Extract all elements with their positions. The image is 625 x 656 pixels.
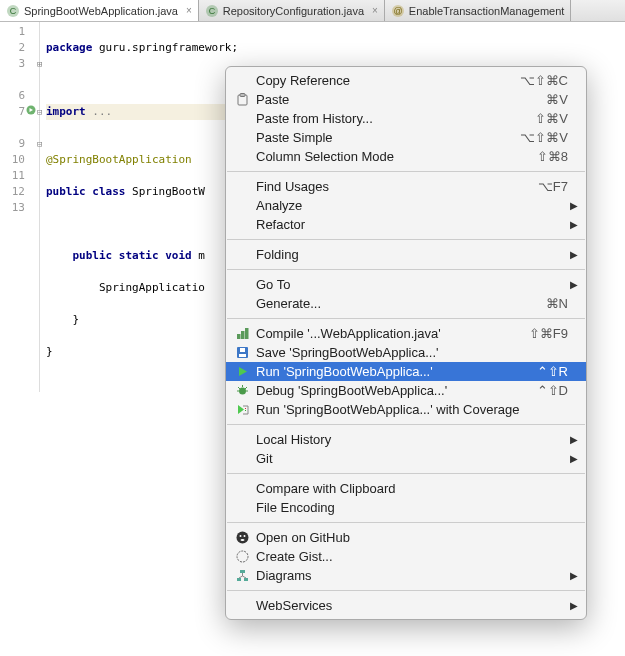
chevron-right-icon: ▶: [570, 249, 578, 260]
diagrams-icon: [232, 568, 252, 584]
fold-expand-icon[interactable]: ⊞: [37, 56, 42, 72]
compile-icon: [232, 326, 252, 342]
menu-paste-history[interactable]: Paste from History...⇧⌘V: [226, 109, 586, 128]
svg-marker-16: [239, 367, 247, 376]
menu-column-selection[interactable]: Column Selection Mode⇧⌘8: [226, 147, 586, 166]
menu-paste[interactable]: Paste⌘V: [226, 90, 586, 109]
svg-rect-10: [237, 334, 241, 339]
tab-label: RepositoryConfiguration.java: [223, 5, 364, 17]
fold-collapse-icon[interactable]: ⊟: [37, 104, 42, 120]
svg-text:C: C: [10, 6, 17, 16]
svg-point-30: [237, 551, 248, 562]
svg-rect-12: [245, 328, 249, 339]
menu-generate[interactable]: Generate...⌘N: [226, 294, 586, 313]
annotation-icon: @: [391, 4, 405, 18]
save-icon: [232, 345, 252, 361]
svg-rect-32: [237, 578, 241, 581]
chevron-right-icon: ▶: [570, 219, 578, 230]
menu-local-history[interactable]: Local History▶: [226, 430, 586, 449]
chevron-right-icon: ▶: [570, 279, 578, 290]
menu-create-gist[interactable]: Create Gist...: [226, 547, 586, 566]
svg-point-29: [240, 539, 244, 541]
close-icon[interactable]: ×: [186, 5, 192, 16]
coverage-icon: [232, 402, 252, 418]
line-gutter: 1 2 3 6 7 9 10 11 12 13 ⊞ ⊟ ⊟: [0, 22, 40, 392]
gist-icon: [232, 549, 252, 565]
class-icon: C: [205, 4, 219, 18]
svg-rect-25: [245, 410, 246, 411]
menu-refactor[interactable]: Refactor▶: [226, 215, 586, 234]
menu-run[interactable]: Run 'SpringBootWebApplica...'⌃⇧R: [226, 362, 586, 381]
svg-rect-24: [245, 408, 246, 409]
svg-rect-31: [240, 570, 245, 573]
tab-label: SpringBootWebApplication.java: [24, 5, 178, 17]
svg-text:@: @: [393, 6, 402, 16]
menu-compare-clipboard[interactable]: Compare with Clipboard: [226, 479, 586, 498]
tab-repoconfig[interactable]: C RepositoryConfiguration.java ×: [199, 0, 385, 21]
close-icon[interactable]: ×: [372, 5, 378, 16]
svg-point-28: [243, 535, 245, 537]
debug-icon: [232, 383, 252, 399]
menu-find-usages[interactable]: Find Usages⌥F7: [226, 177, 586, 196]
menu-webservices[interactable]: WebServices▶: [226, 596, 586, 615]
menu-paste-simple[interactable]: Paste Simple⌥⇧⌘V: [226, 128, 586, 147]
menu-folding[interactable]: Folding▶: [226, 245, 586, 264]
svg-rect-33: [244, 578, 248, 581]
github-icon: [232, 530, 252, 546]
svg-point-26: [236, 532, 248, 544]
paste-icon: [232, 92, 252, 108]
chevron-right-icon: ▶: [570, 434, 578, 445]
svg-rect-14: [239, 354, 246, 357]
chevron-right-icon: ▶: [570, 200, 578, 211]
svg-rect-15: [240, 348, 245, 352]
menu-goto[interactable]: Go To▶: [226, 275, 586, 294]
context-menu: Copy Reference⌥⇧⌘C Paste⌘V Paste from Hi…: [225, 66, 587, 620]
svg-line-36: [242, 576, 246, 578]
menu-run-coverage[interactable]: Run 'SpringBootWebApplica...' with Cover…: [226, 400, 586, 419]
svg-text:C: C: [209, 6, 216, 16]
menu-debug[interactable]: Debug 'SpringBootWebApplica...'⌃⇧D: [226, 381, 586, 400]
svg-rect-9: [240, 94, 245, 97]
tab-label: EnableTransactionManagement: [409, 5, 565, 17]
menu-save-config[interactable]: Save 'SpringBootWebApplica...': [226, 343, 586, 362]
menu-git[interactable]: Git▶: [226, 449, 586, 468]
menu-file-encoding[interactable]: File Encoding: [226, 498, 586, 517]
editor-tabs: C SpringBootWebApplication.java × C Repo…: [0, 0, 625, 22]
chevron-right-icon: ▶: [570, 570, 578, 581]
svg-line-35: [239, 576, 243, 578]
menu-copy-reference[interactable]: Copy Reference⌥⇧⌘C: [226, 71, 586, 90]
menu-compile[interactable]: Compile '...WebApplication.java'⇧⌘F9: [226, 324, 586, 343]
class-icon: C: [6, 4, 20, 18]
chevron-right-icon: ▶: [570, 453, 578, 464]
menu-analyze[interactable]: Analyze▶: [226, 196, 586, 215]
run-gutter-icon[interactable]: [26, 104, 36, 120]
svg-point-27: [239, 535, 241, 537]
chevron-right-icon: ▶: [570, 600, 578, 611]
fold-collapse-icon[interactable]: ⊟: [37, 136, 42, 152]
svg-rect-11: [241, 331, 245, 339]
menu-diagrams[interactable]: Diagrams▶: [226, 566, 586, 585]
svg-line-21: [238, 387, 240, 389]
tab-enabletx[interactable]: @ EnableTransactionManagement: [385, 0, 572, 21]
run-icon: [232, 364, 252, 380]
svg-line-22: [245, 387, 247, 389]
menu-open-github[interactable]: Open on GitHub: [226, 528, 586, 547]
tab-springboot[interactable]: C SpringBootWebApplication.java ×: [0, 0, 199, 21]
